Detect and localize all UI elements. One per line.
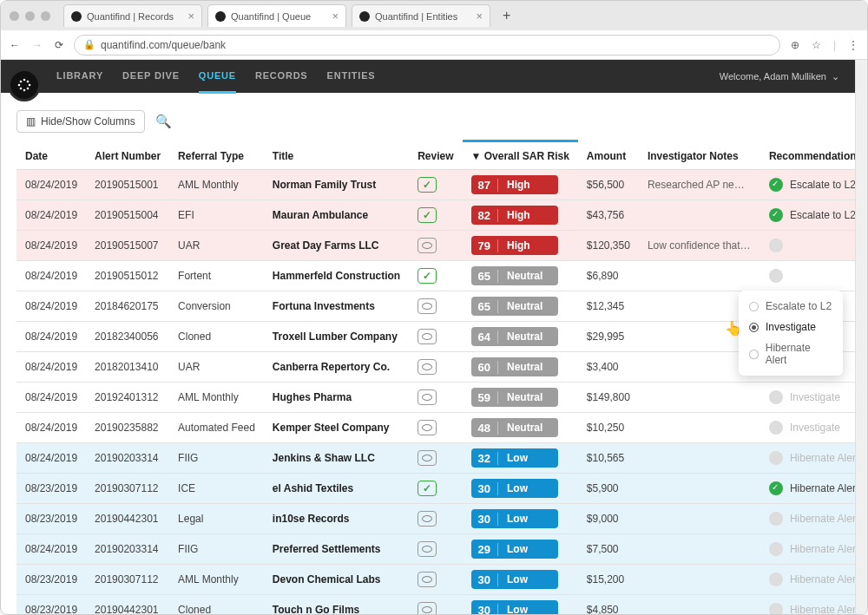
nav-item-library[interactable]: LIBRARY xyxy=(56,60,103,94)
close-window-icon[interactable] xyxy=(10,11,19,21)
status-dot-icon[interactable] xyxy=(769,481,783,495)
table-row[interactable]: 08/24/2019 20190203314 FIIG Jenkins & Sh… xyxy=(16,443,855,474)
table-row[interactable]: 08/24/2019 20190203314 FIIG Preferred Se… xyxy=(16,534,855,565)
cell-review[interactable] xyxy=(409,291,462,322)
cell-review[interactable] xyxy=(409,322,462,352)
kebab-menu-icon[interactable]: ⋮ xyxy=(848,39,858,51)
nav-item-deep-dive[interactable]: DEEP DIVE xyxy=(122,60,180,94)
col-notes[interactable]: Investigator Notes xyxy=(639,143,760,170)
cell-review[interactable] xyxy=(409,200,462,231)
status-dot-icon[interactable] xyxy=(769,421,783,435)
cell-title[interactable]: Troxell Lumber Company xyxy=(264,322,409,352)
search-icon[interactable]: 🔍 xyxy=(155,114,172,129)
status-dot-icon[interactable] xyxy=(769,178,783,192)
col-title[interactable]: Title xyxy=(264,143,409,170)
popover-option[interactable]: Hibernate Alert xyxy=(739,337,843,370)
cell-review[interactable] xyxy=(409,595,462,615)
nav-item-records[interactable]: RECORDS xyxy=(255,60,308,94)
cell-review[interactable] xyxy=(409,383,462,413)
search-in-page-icon[interactable]: ⊕ xyxy=(791,39,799,51)
cell-recommendation[interactable]: Investigate xyxy=(760,413,855,443)
eye-icon[interactable] xyxy=(418,329,437,344)
table-row[interactable]: 08/23/2019 20190307112 AML Monthly Devon… xyxy=(16,565,855,595)
cell-title[interactable]: Hughes Pharma xyxy=(264,383,409,413)
reload-icon[interactable]: ⟳ xyxy=(55,39,63,51)
bookmark-icon[interactable]: ☆ xyxy=(812,39,821,51)
check-icon[interactable] xyxy=(418,177,437,193)
table-row[interactable]: 08/24/2019 20192401312 AML Monthly Hughe… xyxy=(16,383,855,413)
cell-review[interactable] xyxy=(409,504,462,534)
cell-review[interactable] xyxy=(409,413,462,443)
cell-title[interactable]: in10se Records xyxy=(264,504,409,534)
scrollbar[interactable] xyxy=(855,60,867,614)
status-dot-icon[interactable] xyxy=(769,512,783,526)
cell-review[interactable] xyxy=(409,443,462,474)
eye-icon[interactable] xyxy=(418,541,437,557)
cell-title[interactable]: el Ashid Textiles xyxy=(264,474,409,504)
close-tab-icon[interactable]: × xyxy=(476,10,483,23)
cell-recommendation[interactable] xyxy=(760,261,855,291)
col-referral-type[interactable]: Referral Type xyxy=(169,143,264,170)
cell-recommendation[interactable]: Escalate to L2 xyxy=(760,200,855,231)
cell-review[interactable] xyxy=(409,170,462,200)
browser-tab[interactable]: Quantifind | Entities × xyxy=(352,4,490,27)
eye-icon[interactable] xyxy=(418,238,437,253)
cell-title[interactable]: Devon Chemical Labs xyxy=(264,565,409,595)
cell-title[interactable]: Norman Family Trust xyxy=(264,170,409,200)
popover-option[interactable]: Escalate to L2 xyxy=(739,296,843,317)
cell-title[interactable]: Mauran Ambulance xyxy=(264,200,409,231)
cell-title[interactable]: Preferred Settlements xyxy=(264,534,409,565)
eye-icon[interactable] xyxy=(418,602,437,614)
nav-item-entities[interactable]: ENTITIES xyxy=(327,60,376,94)
close-tab-icon[interactable]: × xyxy=(187,10,194,23)
eye-icon[interactable] xyxy=(418,420,437,435)
col-review[interactable]: Review xyxy=(409,143,462,170)
table-row[interactable]: 08/23/2019 20190442301 Cloned Touch n Go… xyxy=(16,595,855,615)
cell-title[interactable]: Touch n Go Films xyxy=(264,595,409,615)
table-row[interactable]: 08/24/2019 20190515001 AML Monthly Norma… xyxy=(16,170,855,200)
status-dot-icon[interactable] xyxy=(769,208,783,222)
hide-show-columns-button[interactable]: ▥ Hide/Show Columns xyxy=(16,110,145,133)
back-icon[interactable]: ← xyxy=(10,39,20,51)
forward-icon[interactable]: → xyxy=(32,39,43,51)
cell-recommendation[interactable]: Hibernate Alert xyxy=(760,565,855,595)
table-row[interactable]: 08/24/2019 20182013410 UAR Canberra Repe… xyxy=(16,352,855,383)
cell-recommendation[interactable]: Hibernate Alert xyxy=(760,443,855,474)
cell-review[interactable] xyxy=(409,352,462,383)
table-row[interactable]: 08/24/2019 20190515007 UAR Great Day Far… xyxy=(16,231,855,261)
cell-recommendation[interactable]: Hibernate Alert xyxy=(760,474,855,504)
check-icon[interactable] xyxy=(418,207,437,223)
eye-icon[interactable] xyxy=(418,298,437,314)
cell-title[interactable]: Kemper Steel Company xyxy=(264,413,409,443)
table-row[interactable]: 08/23/2019 20190307112 ICE el Ashid Text… xyxy=(16,474,855,504)
table-row[interactable]: 08/24/2019 20184620175 Conversion Fortun… xyxy=(16,291,855,322)
address-bar[interactable]: 🔒 quantifind.com/queue/bank xyxy=(74,35,780,56)
col-amount[interactable]: Amount xyxy=(578,143,639,170)
cell-title[interactable]: Hammerfeld Construction xyxy=(264,261,409,291)
maximize-window-icon[interactable] xyxy=(41,11,50,21)
cell-recommendation[interactable]: Hibernate Alert xyxy=(760,534,855,565)
cell-recommendation[interactable]: Hibernate Alert xyxy=(760,504,855,534)
cell-title[interactable]: Jenkins & Shaw LLC xyxy=(264,443,409,474)
table-row[interactable]: 08/23/2019 20190442301 Legal in10se Reco… xyxy=(16,504,855,534)
eye-icon[interactable] xyxy=(418,389,437,405)
cell-title[interactable]: Canberra Repertory Co. xyxy=(264,352,409,383)
status-dot-icon[interactable] xyxy=(769,390,783,404)
browser-tab[interactable]: Quantifind | Queue × xyxy=(207,4,346,27)
eye-icon[interactable] xyxy=(418,572,437,587)
browser-tab[interactable]: Quantifind | Records × xyxy=(63,4,202,27)
status-dot-icon[interactable] xyxy=(769,451,783,465)
minimize-window-icon[interactable] xyxy=(25,11,35,21)
eye-icon[interactable] xyxy=(418,511,437,527)
recommendation-popover[interactable]: Escalate to L2InvestigateHibernate Alert xyxy=(739,291,843,376)
cell-review[interactable] xyxy=(409,565,462,595)
check-icon[interactable] xyxy=(418,268,437,284)
cell-recommendation[interactable]: Escalate to L2 xyxy=(760,170,855,200)
popover-option[interactable]: Investigate xyxy=(739,317,843,337)
status-dot-icon[interactable] xyxy=(769,572,783,586)
table-row[interactable]: 08/24/2019 20182340056 Cloned Troxell Lu… xyxy=(16,322,855,352)
new-tab-button[interactable]: + xyxy=(496,8,517,23)
status-dot-icon[interactable] xyxy=(769,269,783,283)
welcome-user[interactable]: Welcome, Adam Mulliken ⌄ xyxy=(720,71,839,82)
col-recommendation[interactable]: Recommendation xyxy=(760,143,855,170)
